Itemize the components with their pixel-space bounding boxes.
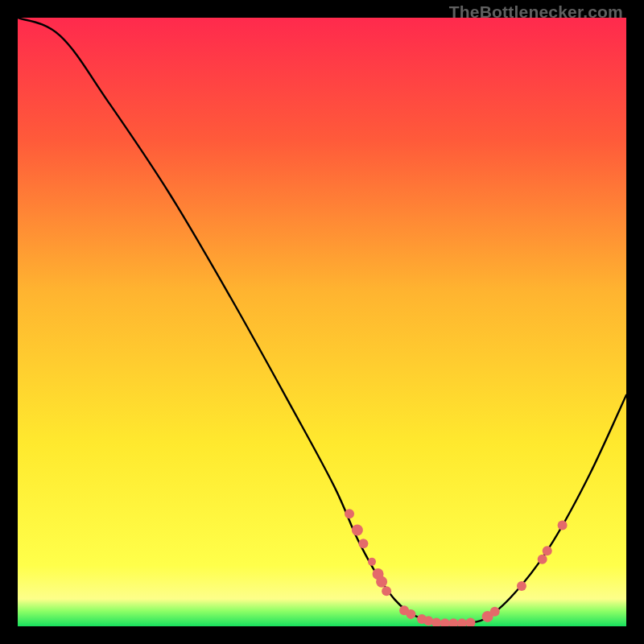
data-point [543, 546, 552, 555]
data-point [358, 539, 368, 548]
data-point [558, 521, 568, 530]
data-point [352, 525, 363, 536]
data-point [406, 609, 415, 619]
watermark-text: TheBottlenecker.com [449, 2, 623, 22]
data-point [517, 581, 526, 591]
data-point [376, 576, 387, 588]
data-point [382, 586, 391, 596]
data-point [490, 607, 500, 617]
gradient-background [18, 18, 626, 626]
data-point [538, 555, 547, 564]
data-point [345, 509, 354, 518]
chart-frame [18, 18, 626, 626]
bottleneck-chart [18, 18, 626, 626]
data-point [368, 558, 376, 566]
